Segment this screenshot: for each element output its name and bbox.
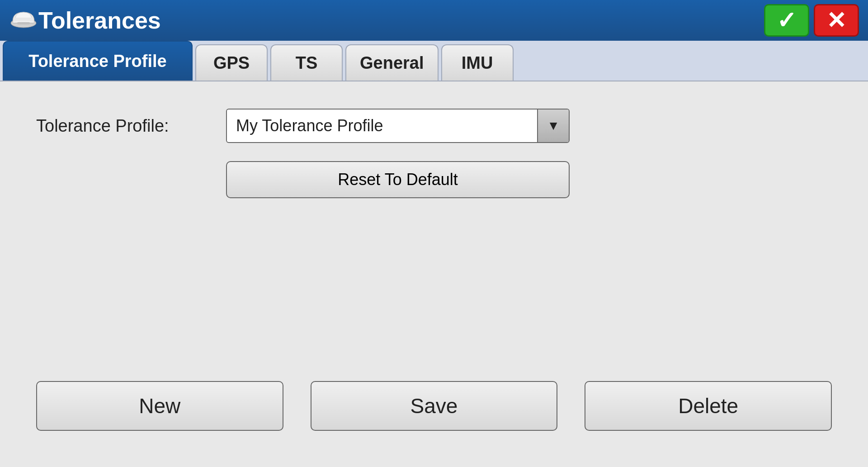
tab-ts[interactable]: TS <box>270 44 343 81</box>
bottom-buttons: New Save Delete <box>36 381 832 431</box>
tab-bar: Tolerance Profile GPS TS General IMU <box>0 41 868 81</box>
new-button[interactable]: New <box>36 381 283 431</box>
cancel-button[interactable]: ✕ <box>814 4 859 37</box>
reset-to-default-button[interactable]: Reset To Default <box>226 161 570 198</box>
profile-dropdown-value: My Tolerance Profile <box>227 110 537 142</box>
svg-rect-1 <box>17 22 30 24</box>
app-title: Tolerances <box>38 7 764 34</box>
ok-button[interactable]: ✓ <box>764 4 809 37</box>
chevron-down-icon: ▼ <box>547 119 560 133</box>
tab-tolerance-profile[interactable]: Tolerance Profile <box>3 41 193 81</box>
hardhat-icon <box>9 6 38 35</box>
main-content: Tolerance Profile: My Tolerance Profile … <box>0 81 868 467</box>
save-button[interactable]: Save <box>311 381 558 431</box>
profile-label: Tolerance Profile: <box>36 116 208 136</box>
dropdown-arrow-button[interactable]: ▼ <box>537 110 569 142</box>
form-section: Tolerance Profile: My Tolerance Profile … <box>36 109 832 198</box>
tab-imu[interactable]: IMU <box>441 44 514 81</box>
header-action-buttons: ✓ ✕ <box>764 4 859 37</box>
delete-button[interactable]: Delete <box>585 381 832 431</box>
tab-general[interactable]: General <box>345 44 439 81</box>
checkmark-icon: ✓ <box>777 9 797 32</box>
header: Tolerances ✓ ✕ <box>0 0 868 41</box>
tab-gps[interactable]: GPS <box>195 44 268 81</box>
x-icon: ✕ <box>826 9 846 32</box>
reset-row: Reset To Default <box>36 161 832 198</box>
profile-dropdown[interactable]: My Tolerance Profile ▼ <box>226 109 570 143</box>
profile-row: Tolerance Profile: My Tolerance Profile … <box>36 109 832 143</box>
